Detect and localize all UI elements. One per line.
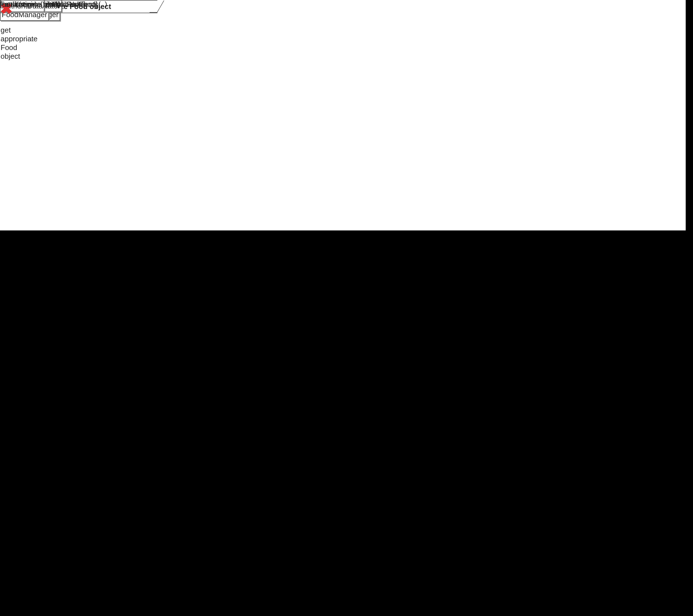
msg-foodorig-label: food (original) [0,0,45,9]
